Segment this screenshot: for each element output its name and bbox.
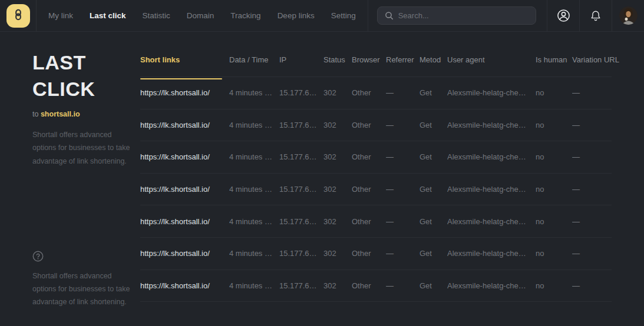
cell-ip: 15.177.66.7 bbox=[279, 152, 323, 161]
column-header-referrer: Referrer bbox=[386, 55, 420, 79]
help-block: Shortall offers advanced options for bus… bbox=[32, 251, 128, 309]
cell-ip: 15.177.66.7 bbox=[279, 217, 323, 226]
nav-item-statistic[interactable]: Statistic bbox=[134, 0, 179, 32]
cell-method: Get bbox=[420, 249, 447, 258]
cell-method: Get bbox=[420, 281, 447, 290]
account-button[interactable] bbox=[547, 0, 579, 31]
cell-referrer: — bbox=[386, 152, 420, 161]
avatar bbox=[619, 6, 638, 25]
cell-is_human: no bbox=[536, 152, 572, 161]
cell-status: 302 bbox=[323, 88, 352, 97]
search-icon bbox=[385, 11, 394, 20]
cell-referrer: — bbox=[386, 249, 420, 258]
nav-item-my-link[interactable]: My link bbox=[40, 0, 81, 32]
cell-referrer: — bbox=[386, 185, 420, 194]
nav-item-domain[interactable]: Domain bbox=[179, 0, 223, 32]
cell-user_agent: Alexsmile-helatg-check-… bbox=[447, 152, 536, 161]
cell-variation_url: — bbox=[572, 121, 612, 129]
table-row: https://lk.shortsall.io/4 minutes ago15.… bbox=[140, 174, 612, 206]
logo-cell bbox=[0, 0, 37, 31]
cell-status: 302 bbox=[323, 121, 352, 129]
table-row: https://lk.shortsall.io/4 minutes ago15.… bbox=[140, 205, 612, 238]
cell-time: 4 minutes ago bbox=[229, 88, 279, 97]
cell-short_link: https://lk.shortsall.io/ bbox=[140, 121, 229, 129]
cell-user_agent: Alexsmile-helatg-check-… bbox=[447, 88, 536, 97]
column-header-ip: IP bbox=[279, 55, 323, 79]
cell-status: 302 bbox=[323, 152, 352, 161]
cell-referrer: — bbox=[386, 121, 420, 129]
column-header-method: Metod bbox=[420, 55, 447, 79]
help-icon[interactable] bbox=[32, 251, 44, 262]
search-input[interactable] bbox=[398, 11, 529, 20]
profile-menu[interactable] bbox=[612, 0, 644, 31]
sidebar: LAST CLICK to shortsall.io Shortall offe… bbox=[0, 32, 140, 325]
cell-variation_url: — bbox=[572, 88, 612, 97]
last-click-table: Short linksData / TimeIPStatusBrowserRef… bbox=[140, 32, 612, 325]
nav-item-setting[interactable]: Setting bbox=[323, 0, 364, 32]
cell-method: Get bbox=[420, 152, 447, 161]
table-row: https://lk.shortsall.io/4 minutes ago15.… bbox=[140, 270, 612, 302]
nav-item-tracking[interactable]: Tracking bbox=[222, 0, 269, 32]
cell-variation_url: — bbox=[572, 152, 612, 161]
cell-method: Get bbox=[420, 217, 447, 226]
cell-ip: 15.177.66.7 bbox=[279, 88, 323, 97]
cell-user_agent: Alexsmile-helatg-check-… bbox=[447, 185, 536, 194]
column-header-time: Data / Time bbox=[229, 55, 279, 79]
cell-browser: Other bbox=[352, 88, 386, 97]
cell-status: 302 bbox=[323, 281, 352, 290]
cell-referrer: — bbox=[386, 88, 420, 97]
cell-user_agent: Alexsmile-helatg-check-… bbox=[447, 281, 536, 290]
topbar: My linkLast clickStatisticDomainTracking… bbox=[0, 0, 644, 32]
cell-referrer: — bbox=[386, 217, 420, 226]
nav-item-deep-links[interactable]: Deep links bbox=[269, 0, 323, 32]
cell-status: 302 bbox=[323, 249, 352, 258]
cell-ip: 15.177.66.7 bbox=[279, 121, 323, 129]
cell-user_agent: Alexsmile-helatg-check-… bbox=[447, 121, 536, 129]
cell-time: 4 minutes ago bbox=[229, 281, 279, 290]
column-header-browser: Browser bbox=[352, 55, 386, 79]
search-box[interactable] bbox=[377, 6, 536, 25]
chain-link-icon bbox=[12, 9, 24, 22]
cell-status: 302 bbox=[323, 217, 352, 226]
cell-browser: Other bbox=[352, 152, 386, 161]
cell-user_agent: Alexsmile-helatg-check-… bbox=[447, 249, 536, 258]
subtitle: to shortsall.io bbox=[32, 110, 128, 118]
page-title-line2: CLICK bbox=[32, 76, 128, 102]
cell-variation_url: — bbox=[572, 217, 612, 226]
logo-button[interactable] bbox=[6, 4, 30, 28]
page-title: LAST CLICK bbox=[32, 49, 128, 102]
domain-link[interactable]: shortsall.io bbox=[41, 110, 80, 118]
cell-method: Get bbox=[420, 121, 447, 129]
cell-short_link: https://lk.shortsall.io/ bbox=[140, 88, 229, 97]
cell-is_human: no bbox=[536, 185, 572, 194]
cell-short_link: https://lk.shortsall.io/ bbox=[140, 185, 229, 194]
cell-ip: 15.177.66.7 bbox=[279, 281, 323, 290]
cell-variation_url: — bbox=[572, 281, 612, 290]
column-header-variation_url: Variation URL bbox=[572, 55, 612, 79]
notifications-button[interactable] bbox=[580, 0, 612, 31]
cell-status: 302 bbox=[323, 185, 352, 194]
search-section bbox=[368, 0, 547, 31]
cell-variation_url: — bbox=[572, 185, 612, 194]
cell-ip: 15.177.66.7 bbox=[279, 185, 323, 194]
cell-is_human: no bbox=[536, 281, 572, 290]
bell-icon bbox=[589, 9, 602, 22]
cell-time: 4 minutes ago bbox=[229, 249, 279, 258]
cell-time: 4 minutes ago bbox=[229, 121, 279, 129]
table-header: Short linksData / TimeIPStatusBrowserRef… bbox=[140, 32, 612, 77]
cell-browser: Other bbox=[352, 249, 386, 258]
column-header-short_link: Short links bbox=[140, 55, 229, 79]
sidebar-description: Shortall offers advanced options for bus… bbox=[32, 128, 131, 168]
cell-is_human: no bbox=[536, 121, 572, 129]
cell-time: 4 minutes ago bbox=[229, 185, 279, 194]
cell-ip: 15.177.66.7 bbox=[279, 249, 323, 258]
cell-time: 4 minutes ago bbox=[229, 217, 279, 226]
cell-is_human: no bbox=[536, 88, 572, 97]
column-header-user_agent: User agent bbox=[447, 55, 536, 79]
sidebar-description-2: Shortall offers advanced options for bus… bbox=[32, 270, 131, 309]
column-header-is_human: Is human bbox=[536, 55, 572, 79]
table-body: https://lk.shortsall.io/4 minutes ago15.… bbox=[140, 77, 612, 302]
nav-item-last-click[interactable]: Last click bbox=[81, 0, 134, 32]
cell-method: Get bbox=[420, 88, 447, 97]
cell-browser: Other bbox=[352, 121, 386, 129]
